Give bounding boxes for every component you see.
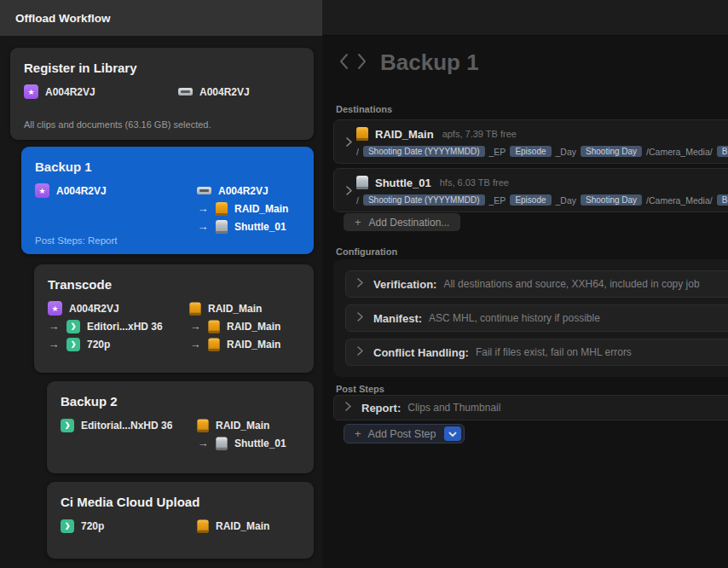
source-item: ★ A004R2VJ xyxy=(24,83,178,101)
row-value: Fail if files exist, fail on MHL errors xyxy=(476,346,632,358)
workflow-card-backup-2[interactable]: Backup 2 ❯ Editorial...NxHD 36 RAID_Main… xyxy=(47,381,314,473)
target-item: RAID_Main xyxy=(197,517,269,535)
source-label: A004R2VJ xyxy=(45,86,95,98)
workflow-sidebar: Offload Workflow Register in Library ★ A… xyxy=(0,0,322,568)
transcode-preset-icon: ❯ xyxy=(66,338,80,351)
target-label: A004R2VJ xyxy=(218,185,269,197)
add-destination-button[interactable]: + Add Destination... xyxy=(344,213,460,231)
arrow-right-icon: → xyxy=(197,202,209,215)
transcode-preset-icon: ❯ xyxy=(61,419,74,432)
path-token-chip[interactable]: Episode xyxy=(510,194,551,206)
target-label: Shuttle_01 xyxy=(234,221,286,233)
row-title: Report: xyxy=(361,402,401,414)
arrow-right-icon: → xyxy=(189,320,201,333)
star-icon: ★ xyxy=(24,84,38,99)
arrow-right-icon: → xyxy=(189,338,201,351)
chevron-right-icon[interactable] xyxy=(341,136,356,148)
chevron-left-icon xyxy=(338,52,350,73)
target-item: → Shuttle_01 xyxy=(197,434,286,452)
target-item: → RAID_Main xyxy=(189,317,280,335)
source-item: ★ A004R2VJ xyxy=(35,182,197,200)
configuration-section-label: Configuration xyxy=(336,246,397,257)
path-token-chip[interactable]: Bin Name xyxy=(717,194,728,206)
conflict-handling-row[interactable]: Conflict Handling: Fail if files exist, … xyxy=(345,339,728,366)
preset-item: → ❯ 720p xyxy=(48,335,189,353)
detail-panel: Backup 1 Destinations RAID_Main apfs, 7.… xyxy=(322,0,728,568)
external-drive-silver-icon xyxy=(356,176,368,189)
destination-row[interactable]: RAID_Main apfs, 7.39 TB free / Shooting … xyxy=(333,119,728,164)
source-item: ❯ 720p xyxy=(61,517,197,535)
target-item: → RAID_Main xyxy=(189,335,280,353)
path-token-chip[interactable]: Shooting Day xyxy=(581,194,642,206)
external-drive-orange-icon xyxy=(356,127,368,141)
preset-label: 720p xyxy=(87,339,110,351)
back-button[interactable] xyxy=(334,52,353,73)
workflow-card-register-in-library[interactable]: Register in Library ★ A004R2VJ A004R2VJ … xyxy=(10,48,314,140)
row-value: ASC MHL, continue history if possible xyxy=(429,312,600,324)
path-separator: /Camera_Media/ xyxy=(646,195,713,206)
preset-label: Editori...xHD 36 xyxy=(87,321,163,333)
arrow-right-icon: → xyxy=(197,220,209,233)
target-item: RAID_Main xyxy=(189,299,280,317)
destination-info: RAID_Main apfs, 7.39 TB free / Shooting … xyxy=(356,125,728,158)
verification-row[interactable]: Verification: All destinations and sourc… xyxy=(345,270,728,298)
workflow-card-backup-1[interactable]: Backup 1 ★ A004R2VJ A004R2VJ → xyxy=(21,147,314,254)
external-drive-orange-icon xyxy=(189,302,200,315)
add-post-step-dropdown[interactable] xyxy=(444,426,461,441)
panel-top-bar xyxy=(322,0,728,36)
path-token-chip[interactable]: Shooting Date (YYYYMMDD) xyxy=(363,194,485,206)
row-title: Conflict Handling: xyxy=(373,346,469,359)
card-title: Ci Media Cloud Upload xyxy=(61,495,300,509)
external-drive-orange-icon xyxy=(216,202,228,216)
ssd-drive-icon xyxy=(197,187,211,194)
configuration-box: Verification: All destinations and sourc… xyxy=(333,259,728,377)
path-token-chip[interactable]: Episode xyxy=(510,146,551,157)
forward-button[interactable] xyxy=(353,52,372,73)
target-label: RAID_Main xyxy=(234,203,288,215)
workflow-card-ci-media-cloud-upload[interactable]: Ci Media Cloud Upload ❯ 720p RAID_Main xyxy=(47,482,314,559)
path-token-chip[interactable]: Shooting Day xyxy=(581,146,642,157)
plus-icon: + xyxy=(355,427,361,440)
destination-meta: apfs, 7.39 TB free xyxy=(442,129,517,139)
chevron-right-icon xyxy=(356,345,364,360)
external-drive-orange-icon xyxy=(208,338,219,351)
arrow-right-icon: → xyxy=(48,338,60,351)
transcode-preset-icon: ❯ xyxy=(61,519,74,533)
destination-path: / Shooting Date (YYYYMMDD) _EP Episode _… xyxy=(356,145,728,158)
card-title: Backup 2 xyxy=(61,394,300,409)
post-steps-section-label: Post Steps xyxy=(336,384,384,394)
external-drive-silver-icon xyxy=(216,220,228,234)
path-token-chip[interactable]: Shooting Date (YYYYMMDD) xyxy=(363,146,485,157)
ssd-drive-icon xyxy=(178,88,193,96)
path-separator: _EP xyxy=(489,147,506,157)
path-separator: /Camera_Media/ xyxy=(646,147,713,157)
manifest-row[interactable]: Manifest: ASC MHL, continue history if p… xyxy=(345,304,728,332)
source-label: A004R2VJ xyxy=(69,303,119,315)
add-post-step-button[interactable]: + Add Post Step xyxy=(344,424,465,443)
path-token-chip[interactable]: Bin Name xyxy=(717,146,728,157)
arrow-right-icon: → xyxy=(48,320,60,333)
target-item: A004R2VJ xyxy=(178,83,250,101)
star-icon: ★ xyxy=(48,301,62,316)
target-label: RAID_Main xyxy=(216,420,269,432)
path-separator: _EP xyxy=(489,195,506,206)
card-title: Backup 1 xyxy=(35,159,300,174)
destination-info: Shuttle_01 hfs, 6.03 TB free / Shooting … xyxy=(356,174,728,206)
path-separator: _Day xyxy=(556,147,577,157)
chevron-right-icon[interactable] xyxy=(341,185,356,196)
destination-row[interactable]: Shuttle_01 hfs, 6.03 TB free / Shooting … xyxy=(333,168,728,212)
external-drive-silver-icon xyxy=(216,437,227,449)
arrow-right-icon: → xyxy=(197,437,209,449)
transcode-preset-icon: ❯ xyxy=(66,320,80,333)
card-title: Transcode xyxy=(48,277,300,292)
destination-name: Shuttle_01 xyxy=(375,177,431,189)
source-label: Editorial...NxHD 36 xyxy=(81,420,172,432)
source-label: 720p xyxy=(81,520,104,532)
post-steps-summary: Post Steps: Report xyxy=(35,235,300,246)
destination-meta: hfs, 6.03 TB free xyxy=(440,177,509,188)
report-row[interactable]: Report: Clips and Thumbnail xyxy=(333,395,728,420)
page-title: Backup 1 xyxy=(380,49,479,76)
target-item: → RAID_Main xyxy=(197,200,288,217)
chevron-right-icon xyxy=(356,276,364,292)
workflow-card-transcode[interactable]: Transcode ★ A004R2VJ → ❯ Editori...xHD 3… xyxy=(34,264,314,373)
